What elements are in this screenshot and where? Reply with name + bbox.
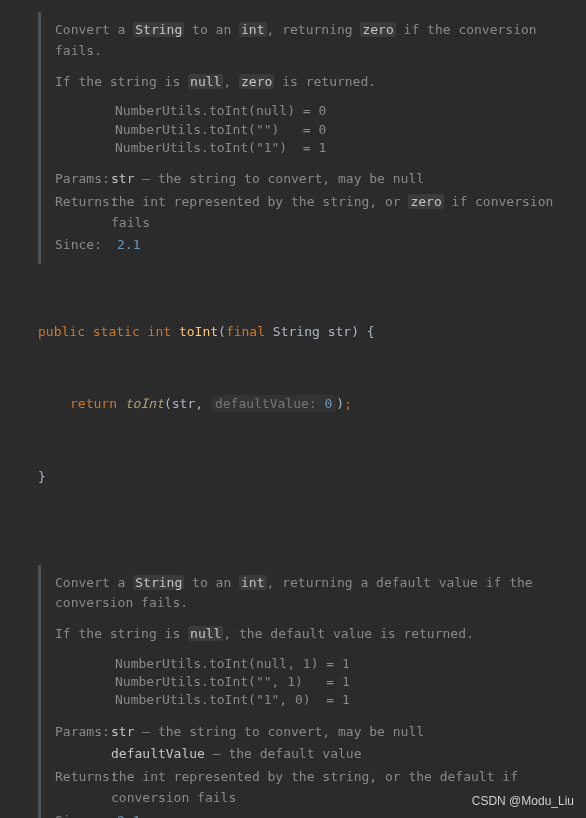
jd-text: to an: [184, 22, 239, 37]
javadoc-params-label: Params:: [55, 722, 111, 743]
jd-text: Convert a: [55, 22, 133, 37]
method-toint-1[interactable]: public static int toInt(final String str…: [38, 272, 586, 537]
punct: ,: [195, 396, 211, 411]
javadoc-block-2: Convert a String to an int, returning a …: [38, 565, 586, 818]
hint-value: 0: [324, 396, 332, 411]
method-name: toInt: [179, 324, 218, 339]
jd-param-name: str: [111, 171, 134, 186]
jd-text: , returning: [267, 22, 361, 37]
jd-text: ,: [223, 74, 239, 89]
jd-code: null: [188, 626, 223, 641]
jd-code: String: [133, 575, 184, 590]
close-brace: }: [38, 469, 46, 484]
javadoc-params-row: Params: str – the string to convert, may…: [55, 169, 586, 190]
keyword-int: int: [148, 324, 171, 339]
jd-param-desc: – the default value: [205, 746, 362, 761]
javadoc-since-value: 2.1: [117, 235, 140, 256]
jd-text: to an: [184, 575, 239, 590]
jd-param-name: str: [111, 724, 134, 739]
jd-text: If the string is: [55, 626, 188, 641]
method-call: toInt: [125, 396, 164, 411]
keyword-public: public: [38, 324, 85, 339]
javadoc-note: If the string is null, zero is returned.: [55, 72, 586, 93]
jd-code: zero: [239, 74, 274, 89]
javadoc-params-label: Params:: [55, 169, 111, 190]
jd-text: , the default value is returned.: [223, 626, 473, 641]
javadoc-param-value: defaultValue – the default value: [111, 744, 361, 765]
jd-text: the int represented by the string, or: [111, 194, 408, 209]
punct: ): [351, 324, 359, 339]
javadoc-returns-label: Returns:: [55, 192, 111, 234]
javadoc-returns-row: Returns: the int represented by the stri…: [55, 192, 586, 234]
punct: (: [218, 324, 226, 339]
jd-code: String: [133, 22, 184, 37]
javadoc-param-value: str – the string to convert, may be null: [111, 169, 424, 190]
javadoc-params-row: Params: str – the string to convert, may…: [55, 722, 586, 743]
punct: (: [164, 396, 172, 411]
javadoc-returns-label: Returns:: [55, 767, 111, 809]
javadoc-params-row-2: defaultValue – the default value: [55, 744, 586, 765]
jd-param-desc: – the string to convert, may be null: [134, 171, 424, 186]
punct: {: [359, 324, 375, 339]
javadoc-since-label: Since:: [55, 235, 111, 256]
javadoc-example-code: NumberUtils.toInt(null, 1) = 1 NumberUti…: [115, 655, 586, 710]
keyword-static: static: [93, 324, 140, 339]
jd-code: zero: [360, 22, 395, 37]
javadoc-since-row: Since: 2.1: [55, 235, 586, 256]
javadoc-description: Convert a String to an int, returning a …: [55, 573, 586, 615]
jd-text: is returned.: [274, 74, 376, 89]
inlay-hint: defaultValue: 0: [211, 395, 336, 412]
javadoc-since-label: Since:: [55, 811, 111, 818]
jd-param-desc: – the string to convert, may be null: [134, 724, 424, 739]
jd-code: int: [239, 22, 266, 37]
jd-param-name: defaultValue: [111, 746, 205, 761]
semicolon: ;: [344, 396, 352, 411]
punct: ): [336, 396, 344, 411]
code-line[interactable]: public static int toInt(final String str…: [38, 320, 586, 344]
param-name: str: [328, 324, 351, 339]
javadoc-param-value: str – the string to convert, may be null: [111, 722, 424, 743]
javadoc-example-code: NumberUtils.toInt(null) = 0 NumberUtils.…: [115, 102, 586, 157]
code-line[interactable]: }: [38, 465, 586, 489]
jd-code: null: [188, 74, 223, 89]
javadoc-block-1: Convert a String to an int, returning ze…: [38, 12, 586, 264]
watermark: CSDN @Modu_Liu: [472, 794, 574, 808]
arg: str: [172, 396, 195, 411]
keyword-final: final: [226, 324, 265, 339]
jd-code: zero: [408, 194, 443, 209]
jd-text: Convert a: [55, 575, 133, 590]
code-editor[interactable]: Convert a String to an int, returning ze…: [0, 0, 586, 818]
jd-text: If the string is: [55, 74, 188, 89]
jd-code: int: [239, 575, 266, 590]
javadoc-description: Convert a String to an int, returning ze…: [55, 20, 586, 62]
keyword-return: return: [70, 396, 117, 411]
javadoc-since-row: Since: 2.1: [55, 811, 586, 818]
javadoc-since-value: 2.1: [117, 811, 140, 818]
code-line[interactable]: return toInt(str, defaultValue: 0);: [38, 392, 586, 416]
javadoc-note: If the string is null, the default value…: [55, 624, 586, 645]
javadoc-returns-value: the int represented by the string, or ze…: [111, 192, 586, 234]
spacer: [55, 744, 111, 765]
hint-label: defaultValue:: [215, 396, 317, 411]
type-string: String: [273, 324, 320, 339]
